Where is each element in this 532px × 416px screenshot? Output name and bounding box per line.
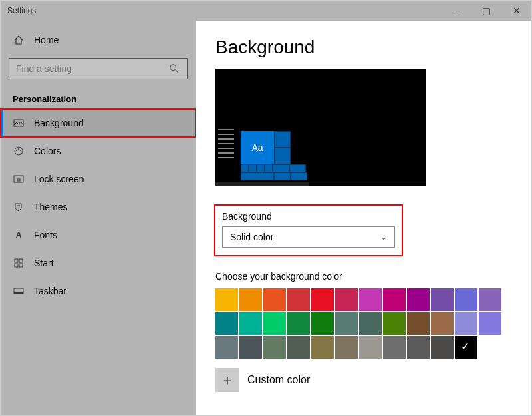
- color-swatch[interactable]: [215, 336, 238, 359]
- color-swatch[interactable]: [335, 312, 358, 335]
- nav-item-start[interactable]: Start: [1, 249, 196, 277]
- color-swatch[interactable]: [335, 288, 358, 311]
- color-swatch[interactable]: [335, 336, 358, 359]
- color-swatch[interactable]: [407, 288, 430, 311]
- svg-rect-10: [19, 259, 23, 262]
- minimize-button[interactable]: ─: [442, 1, 471, 21]
- svg-rect-8: [17, 179, 20, 181]
- color-swatch[interactable]: [359, 288, 382, 311]
- content-area: Background Aa: [196, 21, 531, 415]
- close-button[interactable]: ✕: [501, 1, 531, 21]
- color-swatch[interactable]: [383, 288, 406, 311]
- search-box[interactable]: [9, 58, 188, 79]
- nav-item-fonts[interactable]: A Fonts: [1, 221, 196, 249]
- search-wrap: [1, 53, 196, 85]
- color-swatch[interactable]: [407, 336, 430, 359]
- color-swatch[interactable]: [239, 336, 262, 359]
- color-swatch[interactable]: [287, 288, 310, 311]
- nav-item-label: Lock screen: [34, 174, 84, 184]
- color-swatch[interactable]: [263, 336, 286, 359]
- nav-item-colors[interactable]: Colors: [1, 137, 196, 165]
- custom-color-row: ＋ Custom color: [215, 368, 531, 392]
- svg-rect-14: [14, 292, 23, 294]
- palette-icon: [13, 145, 25, 157]
- color-swatch[interactable]: [455, 336, 477, 359]
- color-swatch[interactable]: [239, 312, 262, 335]
- sidebar: Home Personalization Background: [1, 21, 196, 415]
- color-swatch[interactable]: [287, 312, 310, 335]
- color-swatch[interactable]: [479, 288, 501, 311]
- color-swatch[interactable]: [311, 312, 334, 335]
- picture-icon: [13, 117, 25, 129]
- custom-color-button[interactable]: ＋: [215, 368, 239, 392]
- svg-point-3: [15, 147, 23, 155]
- color-swatch[interactable]: [215, 312, 238, 335]
- background-dropdown[interactable]: Solid color ⌄: [222, 226, 395, 248]
- nav-item-themes[interactable]: Themes: [1, 193, 196, 221]
- maximize-button[interactable]: ▢: [471, 1, 501, 21]
- page-title: Background: [215, 37, 531, 58]
- home-icon: [13, 34, 25, 46]
- nav-item-background[interactable]: Background: [1, 109, 196, 137]
- background-type-section: Background Solid color ⌄: [215, 206, 402, 255]
- color-swatch[interactable]: [479, 312, 501, 335]
- color-swatch[interactable]: [263, 312, 286, 335]
- search-input[interactable]: [16, 63, 162, 74]
- themes-icon: [13, 201, 25, 213]
- color-swatch[interactable]: [431, 336, 454, 359]
- color-swatch[interactable]: [407, 312, 430, 335]
- svg-point-5: [18, 148, 19, 150]
- color-swatch[interactable]: [455, 312, 477, 335]
- nav-home-label: Home: [34, 35, 59, 45]
- start-icon: [13, 257, 25, 269]
- color-swatch[interactable]: [287, 336, 310, 359]
- lock-screen-icon: [13, 173, 25, 185]
- preview-tile-sample: Aa: [241, 131, 274, 164]
- titlebar: Settings ─ ▢ ✕: [1, 1, 531, 21]
- color-swatch[interactable]: [311, 288, 334, 311]
- custom-color-label: Custom color: [247, 374, 310, 386]
- nav-item-label: Start: [34, 258, 54, 268]
- color-swatch[interactable]: [359, 336, 382, 359]
- settings-window: Settings ─ ▢ ✕ Home Person: [0, 0, 532, 416]
- nav-item-label: Background: [34, 118, 84, 128]
- color-swatch[interactable]: [383, 336, 406, 359]
- color-swatch[interactable]: [455, 288, 477, 311]
- nav-item-label: Fonts: [34, 230, 57, 240]
- desktop-preview: Aa: [215, 69, 426, 186]
- chevron-down-icon: ⌄: [380, 232, 387, 242]
- nav-item-label: Taskbar: [34, 286, 66, 296]
- color-swatch[interactable]: [215, 288, 238, 311]
- nav-category: Personalization: [1, 85, 196, 109]
- color-swatch[interactable]: [311, 336, 334, 359]
- window-controls: ─ ▢ ✕: [442, 1, 531, 21]
- nav-item-label: Themes: [34, 202, 68, 212]
- svg-line-1: [176, 70, 178, 73]
- window-title: Settings: [7, 6, 36, 15]
- nav-item-label: Colors: [34, 146, 61, 156]
- background-field-label: Background: [222, 211, 395, 222]
- color-swatch[interactable]: [383, 312, 406, 335]
- nav-item-taskbar[interactable]: Taskbar: [1, 277, 196, 305]
- nav-item-lock-screen[interactable]: Lock screen: [1, 165, 196, 193]
- svg-rect-12: [19, 264, 23, 267]
- fonts-icon: A: [13, 229, 25, 241]
- svg-point-0: [170, 65, 176, 71]
- svg-point-4: [16, 150, 17, 151]
- nav-home[interactable]: Home: [1, 27, 196, 53]
- color-swatch[interactable]: [239, 288, 262, 311]
- plus-icon: ＋: [221, 371, 234, 389]
- svg-rect-9: [15, 259, 18, 262]
- color-swatch[interactable]: [263, 288, 286, 311]
- color-swatch[interactable]: [359, 312, 382, 335]
- window-body: Home Personalization Background: [1, 21, 531, 415]
- color-grid: [215, 288, 503, 359]
- color-swatch[interactable]: [431, 312, 454, 335]
- preview-tiles: Aa: [241, 131, 307, 180]
- preview-start-list: [218, 129, 234, 162]
- svg-point-6: [20, 150, 21, 151]
- choose-color-label: Choose your background color: [215, 271, 531, 282]
- background-dropdown-value: Solid color: [230, 232, 273, 242]
- color-swatch[interactable]: [431, 288, 454, 311]
- preview-taskbar: [215, 182, 309, 186]
